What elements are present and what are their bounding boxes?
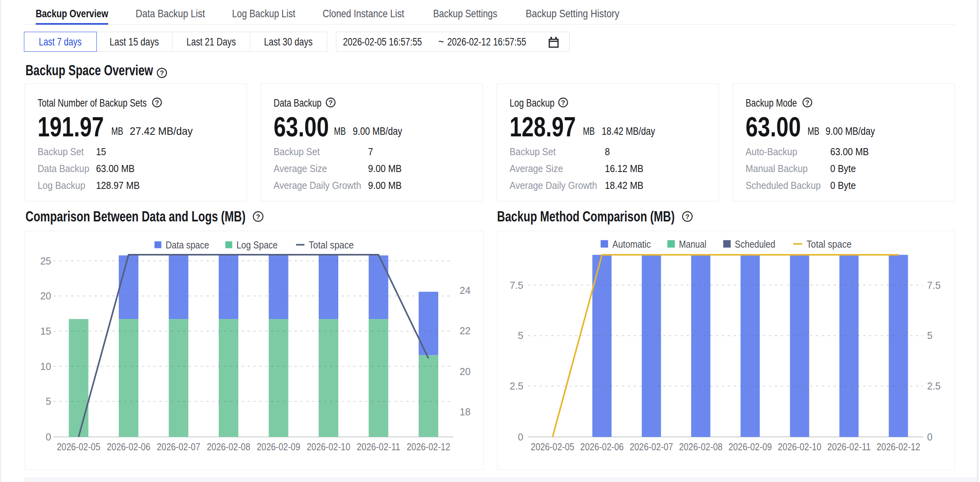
svg-text:2026-02-05: 2026-02-05: [531, 441, 574, 452]
svg-text:7.5: 7.5: [510, 280, 523, 291]
svg-text:18: 18: [459, 406, 470, 417]
svg-text:2026-02-09: 2026-02-09: [257, 441, 300, 452]
svg-text:Log Space: Log Space: [236, 239, 278, 250]
svg-text:5: 5: [45, 396, 51, 407]
svg-text:2026-02-05: 2026-02-05: [57, 441, 100, 452]
svg-text:?: ?: [561, 99, 565, 107]
svg-text:?: ?: [160, 69, 164, 77]
svg-text:2026-02-09: 2026-02-09: [728, 441, 772, 452]
svg-text:Automatic: Automatic: [612, 239, 651, 250]
svg-text:2.5: 2.5: [927, 381, 941, 391]
svg-text:5: 5: [927, 330, 933, 341]
svg-text:2.5: 2.5: [510, 381, 523, 391]
svg-text:?: ?: [256, 213, 260, 221]
svg-text:2026-02-08: 2026-02-08: [679, 441, 722, 452]
svg-text:2026-02-10: 2026-02-10: [307, 441, 350, 452]
svg-text:Total space: Total space: [806, 239, 851, 250]
svg-text:2026-02-07: 2026-02-07: [157, 441, 200, 452]
svg-text:2026-02-08: 2026-02-08: [207, 441, 250, 452]
svg-text:Total space: Total space: [309, 239, 354, 250]
svg-text:?: ?: [686, 213, 690, 221]
svg-text:Manual: Manual: [679, 239, 706, 250]
svg-text:2026-02-11: 2026-02-11: [827, 441, 871, 452]
svg-text:?: ?: [155, 99, 159, 107]
svg-text:15: 15: [40, 326, 51, 337]
svg-text:2026-02-10: 2026-02-10: [778, 441, 821, 452]
svg-text:24: 24: [459, 285, 470, 296]
svg-text:20: 20: [459, 366, 470, 377]
svg-text:2026-02-06: 2026-02-06: [107, 441, 150, 452]
svg-text:Data space: Data space: [165, 239, 209, 250]
svg-text:7.5: 7.5: [927, 280, 941, 291]
svg-text:2026-02-07: 2026-02-07: [630, 441, 673, 452]
svg-text:Scheduled: Scheduled: [735, 239, 775, 250]
svg-text:20: 20: [40, 290, 51, 301]
svg-text:2026-02-06: 2026-02-06: [580, 441, 624, 452]
svg-text:0: 0: [45, 431, 51, 442]
svg-text:?: ?: [805, 99, 809, 107]
svg-text:?: ?: [328, 99, 332, 107]
svg-text:0: 0: [927, 431, 933, 442]
svg-text:2026-02-12: 2026-02-12: [407, 441, 450, 452]
svg-text:10: 10: [40, 361, 51, 372]
svg-text:0: 0: [518, 431, 523, 442]
svg-text:25: 25: [40, 255, 51, 266]
svg-text:2026-02-12: 2026-02-12: [877, 441, 920, 452]
svg-text:5: 5: [518, 330, 523, 341]
svg-text:22: 22: [459, 325, 470, 336]
svg-text:2026-02-11: 2026-02-11: [357, 441, 400, 452]
